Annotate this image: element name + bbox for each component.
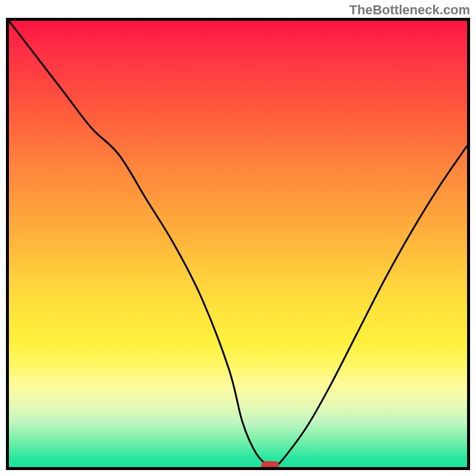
- chart-frame: [6, 18, 470, 470]
- bottleneck-curve: [9, 21, 467, 467]
- curve-svg: [9, 21, 467, 467]
- chart-container: TheBottleneck.com: [0, 0, 476, 476]
- optimal-marker: [261, 461, 279, 469]
- watermark-text: TheBottleneck.com: [349, 2, 470, 18]
